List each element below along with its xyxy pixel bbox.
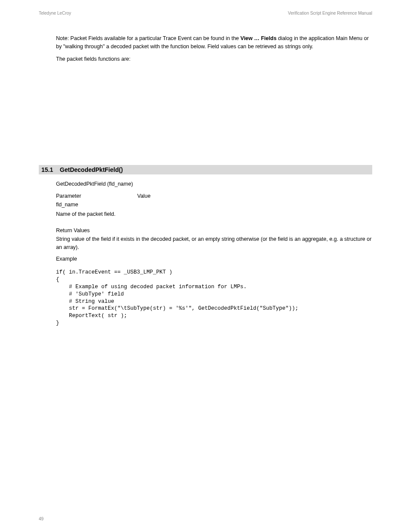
section-title: GetDecodedPktField() bbox=[60, 166, 123, 173]
intro-p2: The packet fields functions are: bbox=[56, 55, 372, 63]
header-left: Teledyne LeCroy bbox=[39, 11, 71, 16]
return-label: Return Values bbox=[56, 227, 375, 233]
section-heading: 15.1 GetDecodedPktField() bbox=[39, 165, 372, 174]
intro-p1-bold: View … Fields bbox=[240, 35, 277, 41]
example-code: if( in.TraceEvent == _USB3_LMP_PKT ) { #… bbox=[56, 269, 372, 327]
page-footer: 49 bbox=[39, 516, 372, 521]
parameter-name: fld_name bbox=[56, 202, 151, 208]
function-signature: GetDecodedPktField (fld_name) bbox=[56, 181, 133, 187]
parameter-value-header: Value bbox=[137, 193, 150, 199]
parameter-desc: Name of the packet field. bbox=[56, 210, 151, 218]
footer-left: 49 bbox=[39, 516, 44, 521]
return-desc: String value of the field if it exists i… bbox=[56, 235, 375, 252]
page-header: Teledyne LeCroy Verification Script Engi… bbox=[39, 11, 372, 16]
example-label: Example bbox=[56, 256, 77, 262]
header-right: Verification Script Engine Reference Man… bbox=[288, 11, 372, 16]
section-number: 15.1 bbox=[41, 166, 53, 173]
section-intro: Note: Packet Fields available for a part… bbox=[56, 34, 372, 67]
parameter-header: Parameter Value bbox=[56, 193, 151, 199]
parameter-block: Parameter Value fld_name Name of the pac… bbox=[56, 193, 151, 218]
return-block: Return Values String value of the field … bbox=[56, 227, 375, 252]
intro-p1a: Note: Packet Fields available for a part… bbox=[56, 35, 240, 41]
intro-p1: Note: Packet Fields available for a part… bbox=[56, 34, 372, 51]
parameter-label: Parameter bbox=[56, 193, 136, 199]
